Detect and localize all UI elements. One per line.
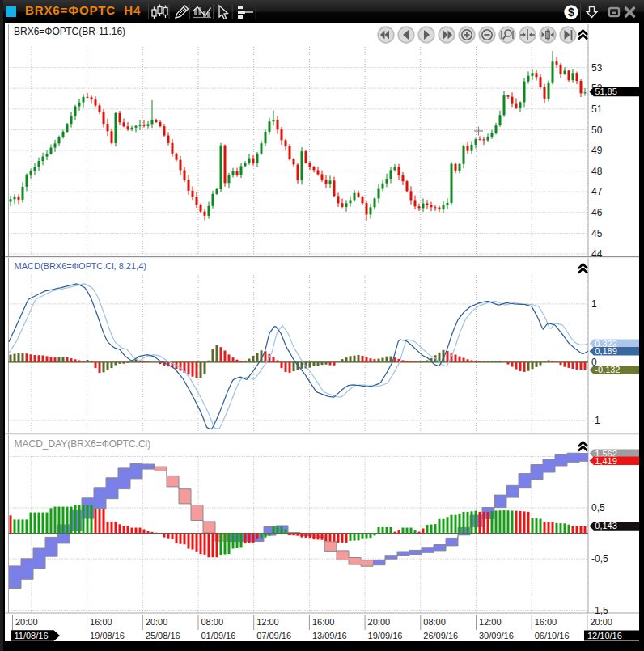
svg-text:0,189: 0,189	[595, 346, 617, 356]
svg-text:-1: -1	[591, 415, 600, 426]
svg-text:12/10/16: 12/10/16	[587, 631, 622, 640]
svg-text:46: 46	[591, 207, 603, 218]
svg-text:49: 49	[591, 145, 603, 156]
svg-text:20:00: 20:00	[368, 617, 391, 627]
svg-text:25/08/16: 25/08/16	[146, 631, 180, 640]
svg-text:12:00: 12:00	[479, 617, 502, 627]
svg-text:26/09/16: 26/09/16	[423, 631, 458, 640]
svg-text:30/09/16: 30/09/16	[479, 631, 514, 640]
svg-text:0,5: 0,5	[591, 502, 605, 514]
svg-text:MACD_DAY(BRX6=ФОРТС.Cl): MACD_DAY(BRX6=ФОРТС.Cl)	[15, 438, 151, 450]
svg-text:16:00: 16:00	[90, 617, 112, 627]
svg-text:08:00: 08:00	[201, 617, 224, 627]
svg-text:51: 51	[591, 104, 603, 115]
svg-text:06/10/16: 06/10/16	[535, 631, 570, 640]
svg-text:MACD(BRX6=ФОРТС.Cl, 8,21,4): MACD(BRX6=ФОРТС.Cl, 8,21,4)	[15, 261, 146, 271]
svg-text:01/09/16: 01/09/16	[201, 631, 236, 640]
svg-text:51,85: 51,85	[595, 87, 617, 96]
svg-text:08:00: 08:00	[423, 617, 446, 627]
svg-text:1,419: 1,419	[595, 456, 617, 466]
svg-text:$: $	[568, 6, 574, 19]
svg-text:19/09/16: 19/09/16	[368, 631, 403, 640]
svg-text:20:00: 20:00	[146, 617, 168, 627]
svg-text:45: 45	[591, 228, 603, 239]
svg-text:20:00: 20:00	[15, 617, 38, 627]
svg-text:16:00: 16:00	[312, 617, 335, 627]
svg-text:-1,5: -1,5	[591, 605, 608, 616]
svg-text:16:00: 16:00	[535, 617, 557, 627]
svg-text:13/09/16: 13/09/16	[312, 631, 347, 640]
svg-text:19/08/16: 19/08/16	[90, 631, 125, 640]
svg-text:1: 1	[591, 298, 597, 310]
svg-text:44: 44	[591, 248, 603, 260]
svg-text:-0,5: -0,5	[591, 553, 608, 564]
svg-text:BRX6=ФОРТС(BR-11.16): BRX6=ФОРТС(BR-11.16)	[14, 26, 125, 37]
svg-text:11/08/16: 11/08/16	[15, 631, 49, 640]
svg-text:53: 53	[591, 62, 603, 74]
svg-text:07/09/16: 07/09/16	[256, 631, 291, 640]
svg-text:0,143: 0,143	[595, 521, 617, 531]
svg-text:47: 47	[591, 186, 603, 197]
svg-text:12:00: 12:00	[256, 617, 279, 627]
svg-text:-0,132: -0,132	[595, 365, 620, 374]
svg-text:20:00: 20:00	[590, 617, 612, 627]
svg-text:48: 48	[591, 166, 603, 177]
svg-text:50: 50	[591, 125, 603, 136]
